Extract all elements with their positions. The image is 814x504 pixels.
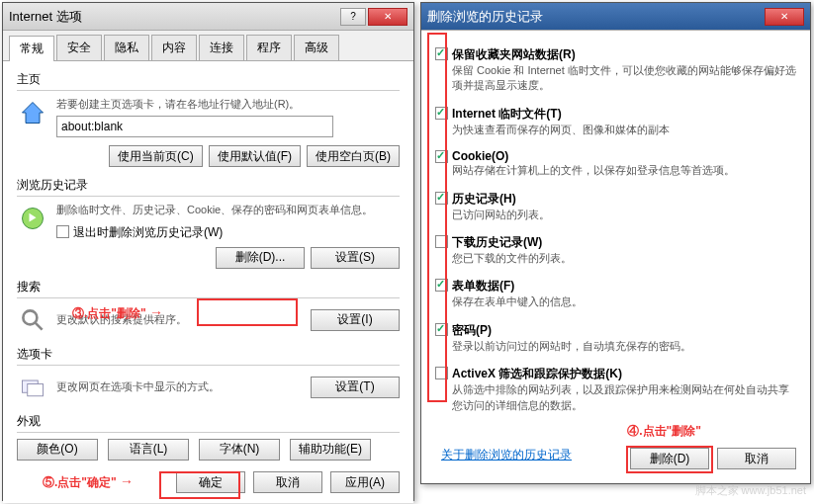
homepage-title: 主页 bbox=[17, 71, 400, 91]
search-title: 搜索 bbox=[17, 279, 400, 298]
svg-line-2 bbox=[36, 322, 43, 329]
appearance-title: 外观 bbox=[17, 413, 400, 433]
tabs-settings-button[interactable]: 设置(T) bbox=[311, 377, 400, 398]
option-label: 表单数据(F) bbox=[452, 278, 583, 294]
apply-button[interactable]: 应用(A) bbox=[330, 471, 400, 493]
option-checkbox[interactable] bbox=[435, 192, 448, 205]
dialog-body: 主页 若要创建主页选项卡，请在各地址行键入地址(R)。 使用当前页(C) 使用默… bbox=[3, 61, 413, 503]
history-option-row: 保留收藏夹网站数据(R)保留 Cookie 和 Internet 临时文件，可以… bbox=[435, 46, 796, 94]
home-icon bbox=[17, 97, 48, 128]
dialog-body: 保留收藏夹网站数据(R)保留 Cookie 和 Internet 临时文件，可以… bbox=[421, 31, 810, 483]
tab-security[interactable]: 安全 bbox=[56, 35, 102, 60]
option-desc: 从筛选中排除的网站列表，以及跟踪保护用来检测网站在何处自动共享您访问的详细信息的… bbox=[452, 382, 796, 413]
dialog-footer: 确定 取消 应用(A) bbox=[176, 471, 400, 493]
annotation-3: ③.点击"删除" → bbox=[72, 304, 163, 322]
homepage-url-input[interactable] bbox=[56, 116, 333, 137]
tabs-title: 选项卡 bbox=[17, 346, 400, 366]
option-label: 保留收藏夹网站数据(R) bbox=[452, 46, 796, 63]
about-link[interactable]: 关于删除浏览的历史记录 bbox=[441, 447, 572, 463]
history-desc: 删除临时文件、历史记录、Cookie、保存的密码和网页表单信息。 bbox=[56, 203, 400, 217]
annotation-4: ④.点击"删除" bbox=[627, 423, 701, 440]
help-button[interactable]: ? bbox=[340, 8, 366, 26]
checkbox-list: 保留收藏夹网站数据(R)保留 Cookie 和 Internet 临时文件，可以… bbox=[435, 46, 796, 413]
history-option-row: 下载历史记录(W)您已下载的文件的列表。 bbox=[435, 234, 796, 266]
language-button[interactable]: 语言(L) bbox=[108, 439, 189, 461]
titlebar[interactable]: Internet 选项 ? ✕ bbox=[3, 3, 413, 31]
tab-general[interactable]: 常规 bbox=[9, 36, 54, 61]
window-title: 删除浏览的历史记录 bbox=[427, 8, 765, 26]
svg-rect-4 bbox=[28, 383, 44, 395]
tab-privacy[interactable]: 隐私 bbox=[104, 35, 149, 60]
delete-history-window: 删除浏览的历史记录 ✕ 保留收藏夹网站数据(R)保留 Cookie 和 Inte… bbox=[420, 2, 811, 484]
cancel-button[interactable]: 取消 bbox=[253, 471, 322, 493]
option-label: 历史记录(H) bbox=[452, 191, 550, 208]
ok-button[interactable]: 确定 bbox=[176, 471, 245, 493]
window-controls: ? ✕ bbox=[340, 8, 407, 26]
search-settings-button[interactable]: 设置(I) bbox=[311, 309, 400, 331]
dialog-footer: 删除(D) 取消 bbox=[630, 448, 796, 469]
delete-button[interactable]: 删除(D) bbox=[630, 448, 709, 469]
watermark: 脚本之家 www.jb51.net bbox=[695, 483, 806, 498]
option-desc: 网站存储在计算机上的文件，以保存如登录信息等首选项。 bbox=[452, 163, 735, 178]
tab-bar: 常规 安全 隐私 内容 连接 程序 高级 bbox=[3, 31, 413, 61]
history-option-row: Cookie(O)网站存储在计算机上的文件，以保存如登录信息等首选项。 bbox=[435, 149, 796, 178]
font-button[interactable]: 字体(N) bbox=[199, 439, 280, 461]
use-current-button[interactable]: 使用当前页(C) bbox=[109, 145, 203, 167]
option-desc: 保存在表单中键入的信息。 bbox=[452, 294, 583, 309]
color-button[interactable]: 颜色(O) bbox=[17, 439, 98, 461]
use-blank-button[interactable]: 使用空白页(B) bbox=[307, 145, 400, 167]
tab-connections[interactable]: 连接 bbox=[199, 35, 244, 60]
close-button[interactable]: ✕ bbox=[368, 8, 407, 26]
option-checkbox[interactable] bbox=[435, 323, 448, 336]
use-default-button[interactable]: 使用默认值(F) bbox=[209, 145, 301, 167]
option-checkbox[interactable] bbox=[435, 279, 448, 292]
tabs-group: 选项卡 更改网页在选项卡中显示的方式。 设置(T) bbox=[17, 346, 400, 403]
internet-options-window: Internet 选项 ? ✕ 常规 安全 隐私 内容 连接 程序 高级 主页 … bbox=[2, 2, 414, 501]
history-option-row: Internet 临时文件(T)为快速查看而保存的网页、图像和媒体的副本 bbox=[435, 106, 796, 137]
option-label: 密码(P) bbox=[452, 322, 691, 339]
option-label: ActiveX 筛选和跟踪保护数据(K) bbox=[452, 366, 796, 382]
close-button[interactable]: ✕ bbox=[765, 8, 804, 26]
option-desc: 已访问网站的列表。 bbox=[452, 208, 550, 222]
option-desc: 您已下载的文件的列表。 bbox=[452, 251, 572, 266]
tab-advanced[interactable]: 高级 bbox=[294, 35, 339, 60]
history-group: 浏览历史记录 删除临时文件、历史记录、Cookie、保存的密码和网页表单信息。 … bbox=[17, 177, 400, 268]
option-checkbox[interactable] bbox=[435, 150, 448, 163]
option-label: Cookie(O) bbox=[452, 149, 735, 163]
option-desc: 保留 Cookie 和 Internet 临时文件，可以使您收藏的网站能够保存偏… bbox=[452, 63, 796, 94]
option-checkbox[interactable] bbox=[435, 367, 448, 379]
history-option-row: 密码(P)登录以前访问过的网站时，自动填充保存的密码。 bbox=[435, 322, 796, 354]
titlebar[interactable]: 删除浏览的历史记录 ✕ bbox=[421, 3, 810, 31]
option-desc: 为快速查看而保存的网页、图像和媒体的副本 bbox=[452, 123, 670, 137]
history-title: 浏览历史记录 bbox=[17, 177, 400, 197]
option-desc: 登录以前访问过的网站时，自动填充保存的密码。 bbox=[452, 339, 691, 354]
tab-content[interactable]: 内容 bbox=[151, 35, 197, 60]
option-checkbox[interactable] bbox=[435, 107, 448, 120]
homepage-desc: 若要创建主页选项卡，请在各地址行键入地址(R)。 bbox=[56, 97, 400, 112]
history-settings-button[interactable]: 设置(S) bbox=[311, 247, 400, 269]
search-icon bbox=[17, 304, 48, 336]
option-checkbox[interactable] bbox=[435, 235, 448, 248]
window-controls: ✕ bbox=[765, 8, 804, 26]
delete-on-exit-label: 退出时删除浏览历史记录(W) bbox=[73, 224, 223, 241]
option-label: Internet 临时文件(T) bbox=[452, 106, 670, 123]
svg-point-1 bbox=[23, 310, 37, 324]
window-title: Internet 选项 bbox=[9, 8, 340, 26]
delete-on-exit-checkbox[interactable] bbox=[56, 225, 69, 238]
history-option-row: 表单数据(F)保存在表单中键入的信息。 bbox=[435, 278, 796, 309]
annotation-5: ⑤.点击"确定" → bbox=[43, 473, 134, 491]
option-label: 下载历史记录(W) bbox=[452, 234, 572, 251]
history-option-row: ActiveX 筛选和跟踪保护数据(K)从筛选中排除的网站列表，以及跟踪保护用来… bbox=[435, 366, 796, 413]
tabs-icon bbox=[17, 372, 48, 403]
cancel-button[interactable]: 取消 bbox=[717, 448, 796, 469]
option-checkbox[interactable] bbox=[435, 47, 448, 60]
history-option-row: 历史记录(H)已访问网站的列表。 bbox=[435, 191, 796, 222]
tab-programs[interactable]: 程序 bbox=[246, 35, 292, 60]
homepage-group: 主页 若要创建主页选项卡，请在各地址行键入地址(R)。 使用当前页(C) 使用默… bbox=[17, 71, 400, 167]
tabs-desc: 更改网页在选项卡中显示的方式。 bbox=[56, 379, 220, 394]
appearance-group: 外观 颜色(O) 语言(L) 字体(N) 辅助功能(E) bbox=[17, 413, 400, 461]
history-icon bbox=[17, 203, 48, 234]
delete-history-button[interactable]: 删除(D)... bbox=[216, 247, 305, 269]
accessibility-button[interactable]: 辅助功能(E) bbox=[290, 439, 371, 461]
